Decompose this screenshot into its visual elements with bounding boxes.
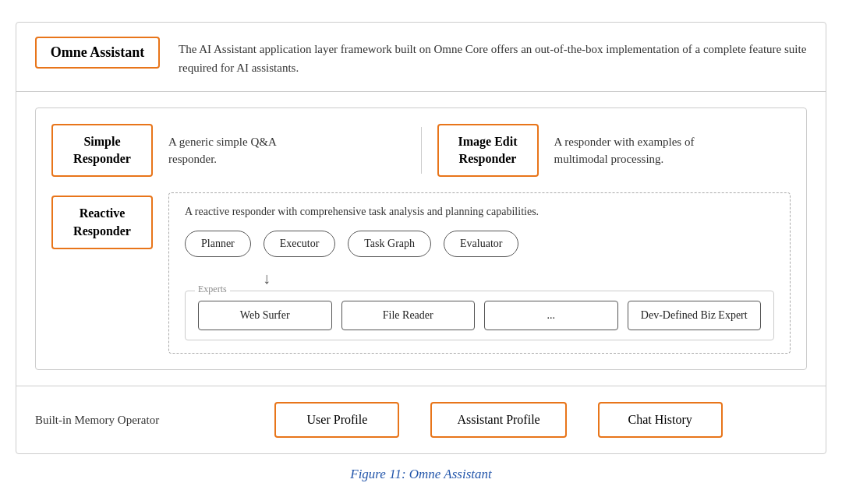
ellipsis-box: ... <box>484 301 618 330</box>
assistant-profile-button[interactable]: Assistant Profile <box>430 402 566 438</box>
header-row: Omne Assistant The AI Assistant applicat… <box>16 23 826 92</box>
experts-label: Experts <box>195 284 230 295</box>
memory-buttons: User Profile Assistant Profile Chat Hist… <box>190 402 807 438</box>
web-surfer-box: Web Surfer <box>198 301 332 330</box>
simple-responder-box: SimpleResponder <box>51 124 153 178</box>
experts-section: Experts Web Surfer File Reader ... Dev-D… <box>185 291 774 340</box>
user-profile-button[interactable]: User Profile <box>274 402 399 438</box>
responders-section: SimpleResponder A generic simple Q&A res… <box>16 92 826 387</box>
image-edit-responder-box: Image EditResponder <box>437 124 539 178</box>
down-arrow-icon: ↓ <box>263 270 271 287</box>
task-graph-pill: Task Graph <box>348 231 431 257</box>
reactive-content: A reactive responder with comprehensive … <box>168 192 791 354</box>
dev-defined-biz-expert-box: Dev-Defined Biz Expert <box>628 301 762 330</box>
components-row: Planner Executor Task Graph Evaluator <box>185 231 774 257</box>
image-edit-responder-desc: A responder with examples of multimodal … <box>554 133 710 168</box>
simple-left: SimpleResponder A generic simple Q&A res… <box>51 124 405 178</box>
memory-section: Built-in Memory Operator User Profile As… <box>16 386 826 453</box>
simple-responder-desc: A generic simple Q&A responder. <box>168 133 324 168</box>
evaluator-pill: Evaluator <box>444 231 518 257</box>
file-reader-box: File Reader <box>341 301 476 330</box>
page-wrapper: Omne Assistant The AI Assistant applicat… <box>16 22 826 483</box>
main-diagram: Omne Assistant The AI Assistant applicat… <box>16 22 826 455</box>
chat-history-button[interactable]: Chat History <box>598 402 723 438</box>
header-description: The AI Assistant application layer frame… <box>179 37 807 77</box>
figure-caption: Figure 11: Omne Assistant <box>350 467 491 482</box>
simple-right: Image EditResponder A responder with exa… <box>437 124 791 178</box>
executor-pill: Executor <box>264 231 336 257</box>
responders-outer: SimpleResponder A generic simple Q&A res… <box>35 107 807 371</box>
arrow-down: ↓ <box>185 270 774 287</box>
memory-label: Built-in Memory Operator <box>35 414 159 427</box>
omne-assistant-badge: Omne Assistant <box>35 37 160 69</box>
planner-pill: Planner <box>185 231 251 257</box>
reactive-row: ReactiveResponder A reactive responder w… <box>51 192 791 354</box>
vertical-divider <box>421 127 422 174</box>
experts-row: Web Surfer File Reader ... Dev-Defined B… <box>198 301 761 330</box>
reactive-responder-desc: A reactive responder with comprehensive … <box>185 206 774 218</box>
simple-row: SimpleResponder A generic simple Q&A res… <box>51 124 791 178</box>
reactive-responder-box: ReactiveResponder <box>51 196 153 249</box>
